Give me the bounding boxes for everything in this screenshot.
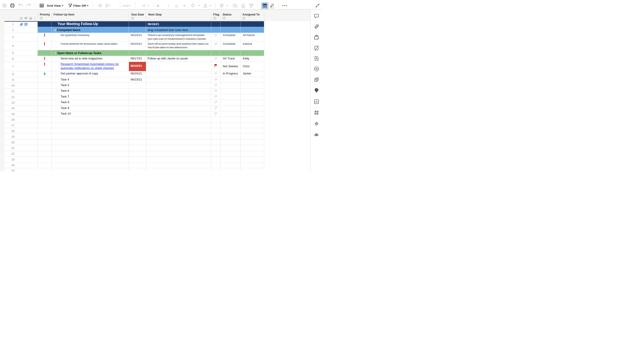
svg-text:A: A: [204, 3, 207, 7]
svg-text:i: i: [34, 16, 35, 20]
